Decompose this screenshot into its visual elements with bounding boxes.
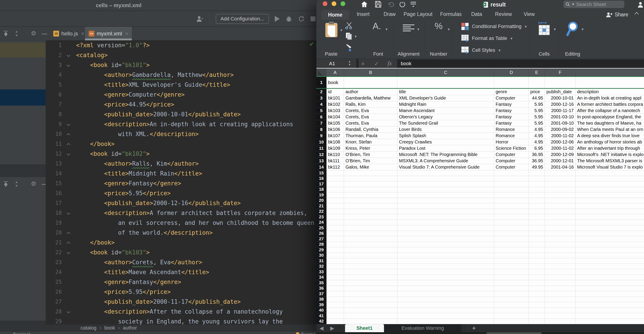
code-line[interactable]: 13 <author>Ralls, Kim</author> bbox=[46, 159, 336, 169]
fold-marker-icon[interactable] bbox=[67, 63, 70, 67]
zoom-traffic-light[interactable] bbox=[340, 1, 345, 6]
cell[interactable] bbox=[326, 242, 344, 247]
cell[interactable] bbox=[545, 313, 576, 319]
cell[interactable]: A deep sea diver finds true love bbox=[576, 133, 644, 139]
user-profile-icon[interactable] bbox=[196, 16, 204, 22]
cell[interactable]: publish_date bbox=[545, 89, 576, 95]
cell[interactable] bbox=[529, 275, 545, 280]
cell[interactable] bbox=[344, 297, 398, 302]
cell[interactable] bbox=[545, 187, 576, 193]
cell[interactable] bbox=[344, 192, 398, 198]
cell[interactable] bbox=[398, 247, 494, 253]
cells-label[interactable]: Cells bbox=[539, 51, 550, 57]
row-header[interactable]: 1 bbox=[316, 77, 326, 88]
cell[interactable] bbox=[344, 198, 398, 204]
cell[interactable] bbox=[529, 247, 545, 253]
cell[interactable] bbox=[344, 253, 398, 258]
cell[interactable] bbox=[494, 280, 529, 286]
cell[interactable]: A former architect battles corpora bbox=[576, 101, 644, 108]
row-header[interactable]: 20 bbox=[316, 198, 326, 204]
cell[interactable]: Paradox Lost bbox=[398, 145, 494, 151]
cell[interactable] bbox=[326, 269, 344, 275]
ribbon-tab-insert[interactable]: Insert bbox=[357, 11, 370, 17]
cell[interactable] bbox=[344, 236, 398, 242]
cell[interactable] bbox=[545, 176, 576, 182]
fold-marker-icon[interactable] bbox=[67, 242, 70, 245]
column-header[interactable]: E bbox=[529, 69, 545, 76]
cell[interactable] bbox=[576, 269, 644, 275]
share-user-icon[interactable] bbox=[637, 1, 644, 8]
cell[interactable] bbox=[494, 242, 529, 247]
cell[interactable] bbox=[344, 269, 398, 275]
expand-all-icon[interactable] bbox=[3, 31, 8, 37]
cell[interactable] bbox=[398, 187, 494, 193]
minimize-traffic-light[interactable] bbox=[332, 1, 336, 6]
row-header[interactable]: 19 bbox=[316, 192, 326, 198]
cell[interactable] bbox=[494, 192, 529, 198]
ribbon-tab-data[interactable]: Data bbox=[471, 11, 482, 17]
cell[interactable] bbox=[326, 176, 344, 182]
cell[interactable] bbox=[576, 297, 644, 302]
column-header[interactable]: B bbox=[344, 69, 398, 76]
cell[interactable] bbox=[344, 170, 398, 176]
row-header[interactable]: 39 bbox=[316, 302, 326, 308]
cell[interactable] bbox=[398, 269, 494, 275]
row-header[interactable]: 35 bbox=[316, 280, 326, 286]
code-line[interactable]: 15 <genre>Fantasy</genre> bbox=[46, 179, 336, 188]
cell-grid[interactable]: 1book2idauthortitlegenrepricepublish_dat… bbox=[316, 76, 644, 324]
cell[interactable] bbox=[545, 297, 576, 302]
row-header[interactable]: 24 bbox=[316, 220, 326, 226]
cell[interactable] bbox=[529, 192, 545, 198]
row-header[interactable]: 8 bbox=[316, 126, 326, 133]
cell[interactable]: bk109 bbox=[326, 145, 344, 151]
cell[interactable]: genre bbox=[494, 89, 529, 95]
cell[interactable] bbox=[326, 247, 344, 253]
cell[interactable]: Knorr, Stefan bbox=[344, 139, 398, 145]
cell[interactable] bbox=[529, 280, 545, 286]
copy-icon[interactable] bbox=[346, 32, 352, 40]
format-painter-brush-icon[interactable] bbox=[345, 44, 353, 52]
cell[interactable]: 2001-03-10 bbox=[545, 114, 576, 120]
cell[interactable]: 2000-12-06 bbox=[545, 139, 576, 145]
cell[interactable]: bk105 bbox=[326, 120, 344, 126]
cell[interactable]: Computer bbox=[494, 158, 529, 164]
cell[interactable] bbox=[576, 187, 644, 193]
cell[interactable] bbox=[326, 181, 344, 187]
cell[interactable] bbox=[344, 313, 398, 319]
customize-toolbar-icon[interactable] bbox=[410, 1, 416, 8]
cell[interactable] bbox=[494, 247, 529, 253]
cell[interactable] bbox=[545, 308, 576, 313]
cell[interactable]: 2000-10-01 bbox=[545, 95, 576, 101]
cell[interactable] bbox=[576, 264, 644, 269]
cell[interactable] bbox=[344, 302, 398, 308]
cell[interactable] bbox=[529, 286, 545, 291]
cell[interactable]: title bbox=[398, 89, 494, 95]
cell[interactable] bbox=[529, 170, 545, 176]
cell[interactable] bbox=[545, 269, 576, 275]
cell[interactable] bbox=[398, 220, 494, 226]
search-input[interactable]: Search Sheet bbox=[564, 1, 624, 8]
row-header[interactable]: 10 bbox=[316, 139, 326, 145]
ribbon-tab-view[interactable]: View bbox=[524, 11, 534, 17]
cell[interactable] bbox=[398, 291, 494, 297]
cell[interactable] bbox=[344, 176, 398, 182]
cell[interactable] bbox=[344, 181, 398, 187]
cell[interactable]: Horror bbox=[494, 139, 529, 145]
cell[interactable] bbox=[344, 319, 398, 324]
cell[interactable] bbox=[576, 253, 644, 258]
row-header[interactable]: 16 bbox=[316, 176, 326, 182]
event-log-dot-icon[interactable] bbox=[296, 332, 300, 334]
cell[interactable] bbox=[398, 253, 494, 258]
editing-dropdown-caret[interactable]: ▼ bbox=[581, 27, 584, 31]
cell[interactable] bbox=[398, 77, 494, 88]
cell[interactable]: In post-apocalypse England, the bbox=[576, 114, 644, 120]
cell[interactable] bbox=[545, 209, 576, 215]
settings-gear-icon[interactable]: ⚙ bbox=[31, 181, 36, 187]
prev-sheet-icon[interactable]: ◀ bbox=[320, 325, 324, 331]
code-line[interactable]: 7 <price>44.95</price> bbox=[46, 100, 336, 109]
font-dropdown-caret[interactable]: ▼ bbox=[385, 27, 388, 31]
cell[interactable] bbox=[398, 214, 494, 220]
cell[interactable] bbox=[494, 231, 529, 237]
code-line[interactable]: 11 </book> bbox=[46, 139, 336, 149]
hide-panel-icon[interactable]: — bbox=[42, 31, 47, 37]
